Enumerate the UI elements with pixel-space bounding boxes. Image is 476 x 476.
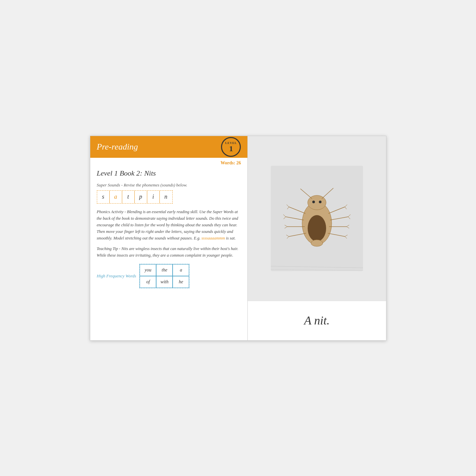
super-sounds-label: Super Sounds - Revise the phonemes (soun…	[97, 182, 241, 188]
right-panel: A nit.	[248, 136, 386, 340]
hfw-the: the	[156, 264, 173, 276]
hfw-row: High Frequency Words you the a of with h…	[97, 264, 241, 288]
level-badge: LEVEL 1	[221, 137, 241, 157]
page-container: Pre-reading LEVEL 1 Words: 26 Level 1 Bo…	[90, 136, 386, 341]
level-number: 1	[229, 145, 233, 153]
svg-point-2	[308, 215, 326, 241]
header-bar: Pre-reading LEVEL 1	[90, 136, 248, 158]
words-count: Words: 26	[90, 158, 248, 166]
hfw-grid: you the a of with he	[139, 264, 189, 288]
caption-area: A nit.	[248, 301, 386, 340]
svg-point-4	[312, 201, 315, 203]
nit-svg	[271, 166, 363, 271]
left-panel: Pre-reading LEVEL 1 Words: 26 Level 1 Bo…	[90, 136, 248, 340]
phoneme-t: t	[122, 191, 135, 203]
phoneme-n: n	[160, 191, 172, 203]
phonics-example: ssssaaaaттт	[201, 236, 225, 240]
pre-reading-title: Pre-reading	[97, 142, 138, 152]
hfw-of: of	[140, 276, 156, 288]
hfw-label: High Frequency Words	[97, 273, 136, 279]
hfw-he: he	[173, 276, 189, 288]
caption-text: A nit.	[304, 314, 329, 327]
phoneme-boxes: s a t p i n	[97, 190, 173, 204]
phoneme-s: s	[97, 191, 110, 203]
book-title: Level 1 Book 2: Nits	[90, 166, 248, 179]
image-area	[248, 136, 386, 301]
hfw-a: a	[173, 264, 189, 276]
phonics-activity: Phonics Activity - Blending is an essent…	[97, 209, 241, 241]
content-area: Super Sounds - Revise the phonemes (soun…	[90, 179, 248, 292]
svg-point-5	[319, 201, 322, 203]
phoneme-i: i	[147, 191, 160, 203]
teaching-tip: Teaching Tip - Nits are wingless insects…	[97, 245, 241, 259]
hfw-you: you	[140, 264, 156, 276]
hfw-with: with	[156, 276, 173, 288]
svg-point-32	[311, 240, 323, 246]
phoneme-a: a	[110, 191, 122, 203]
phoneme-p: p	[135, 191, 147, 203]
